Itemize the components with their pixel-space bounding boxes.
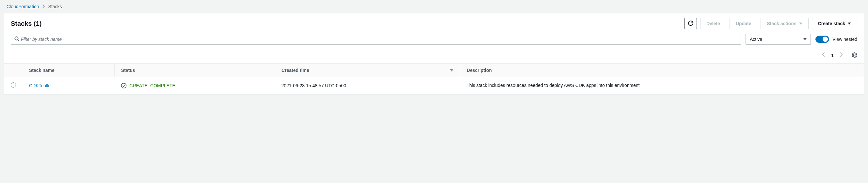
status-badge: CREATE_COMPLETE [121,83,268,89]
gear-icon [851,52,857,58]
delete-button[interactable]: Delete [700,18,726,29]
panel-header: Stacks (1) Delete Update Stack actions C… [4,13,864,32]
row-radio[interactable] [11,82,16,88]
toggle-knob [823,37,828,42]
cell-description: This stack includes resources needed to … [460,77,864,94]
status-text: CREATE_COMPLETE [129,83,175,88]
refresh-button[interactable] [684,18,697,29]
caret-down-icon [799,23,802,25]
success-icon [121,83,127,89]
table-header-row: Stack name Status Created time Descripti… [4,64,864,77]
filter-row: Active View nested [4,32,864,49]
col-created-time-label: Created time [281,68,309,73]
filter-input[interactable] [20,35,737,44]
header-actions: Delete Update Stack actions Create stack [684,18,857,29]
stacks-table: Stack name Status Created time Descripti… [4,63,864,94]
svg-point-0 [15,37,18,40]
search-icon [14,36,20,42]
cell-status: CREATE_COMPLETE [114,77,275,94]
search-input-wrap[interactable] [11,34,741,45]
settings-button[interactable] [851,52,857,59]
cell-created-time: 2021-06-23 15:48:57 UTC-0500 [275,77,460,94]
stacks-panel: Stacks (1) Delete Update Stack actions C… [4,13,864,95]
update-button[interactable]: Update [730,18,757,29]
next-page-button[interactable] [840,52,843,59]
chevron-right-icon [42,4,45,9]
view-nested-toggle-wrap: View nested [815,36,857,43]
create-stack-button[interactable]: Create stack [812,18,857,29]
row-select-cell [4,77,23,94]
svg-line-1 [18,39,20,41]
title-count: (1) [34,20,41,27]
col-stack-name[interactable]: Stack name [23,64,114,77]
prev-page-button[interactable] [822,52,825,59]
breadcrumb: CloudFormation Stacks [0,0,868,13]
col-created-time[interactable]: Created time [275,64,460,77]
pagination: 1 [4,49,864,63]
page-title: Stacks (1) [11,20,42,27]
breadcrumb-root-link[interactable]: CloudFormation [6,4,39,9]
stack-actions-button[interactable]: Stack actions [761,18,808,29]
select-column-header [4,64,23,77]
status-filter-select[interactable]: Active [746,34,811,45]
col-status[interactable]: Status [114,64,275,77]
view-nested-toggle[interactable] [815,36,829,43]
refresh-icon [688,21,693,27]
view-nested-label: View nested [832,37,857,42]
page-number: 1 [831,53,834,58]
stack-name-link[interactable]: CDKToolkit [29,83,52,88]
sort-desc-icon [450,68,453,73]
create-stack-label: Create stack [818,21,845,26]
cell-stack-name: CDKToolkit [23,77,114,94]
col-description[interactable]: Description [460,64,864,77]
status-filter-value: Active [750,37,762,42]
caret-down-icon [848,23,851,25]
stack-actions-label: Stack actions [767,21,796,26]
breadcrumb-current: Stacks [48,4,62,9]
caret-down-icon [803,38,807,40]
svg-point-2 [122,83,126,88]
title-text: Stacks [11,20,32,27]
table-row: CDKToolkit CREATE_COMPLETE 2021-06-23 15… [4,77,864,94]
